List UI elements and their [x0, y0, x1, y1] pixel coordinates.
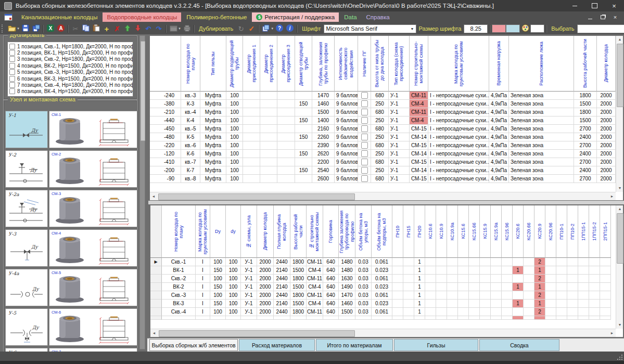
- table-cell[interactable]: 1500: [574, 100, 597, 108]
- layers-button[interactable]: [261, 23, 271, 34]
- scheme-thumbnail-СМ-6[interactable]: СМ-6: [49, 308, 137, 346]
- scrollbar-thumb[interactable]: [617, 44, 623, 107]
- table-cell[interactable]: [524, 300, 534, 308]
- list-item[interactable]: 6 позиция, ВК-3, Нр=1500, Дк=2000, Н по …: [9, 75, 133, 82]
- table-cell[interactable]: -120: [150, 150, 181, 158]
- checkbox[interactable]: [9, 69, 15, 75]
- table-cell[interactable]: [545, 316, 556, 320]
- table-cell[interactable]: [339, 316, 355, 320]
- table-cell[interactable]: [502, 283, 513, 291]
- table-cell[interactable]: У-1: [389, 158, 410, 166]
- table-cell[interactable]: 1500: [312, 108, 335, 116]
- table-cell[interactable]: [589, 258, 600, 266]
- table-cell[interactable]: 2400: [574, 133, 597, 141]
- table-cell[interactable]: 2: [534, 258, 545, 266]
- table-cell[interactable]: [469, 275, 480, 283]
- table-cell[interactable]: 1490: [339, 283, 355, 291]
- column-header[interactable]: Интенсивность сейсмического воздействия: [335, 36, 358, 92]
- resize-grip[interactable]: [616, 354, 622, 360]
- table-cell[interactable]: [458, 300, 469, 308]
- table-cell[interactable]: Зеленая зона: [509, 158, 574, 166]
- table-cell[interactable]: 0.03: [355, 291, 372, 300]
- table-cell[interactable]: I - непросадочные сухи...: [428, 150, 489, 158]
- column-header[interactable]: Номер колодца по плану: [181, 36, 200, 92]
- pg-checkbox[interactable]: [361, 142, 368, 149]
- table-cell[interactable]: 9 баллов: [335, 108, 358, 116]
- color-swatch-white[interactable]: [530, 24, 544, 33]
- mdi-restore-button[interactable]: [599, 14, 606, 21]
- table-cell[interactable]: 680: [371, 92, 389, 100]
- table-cell[interactable]: 100: [226, 175, 243, 183]
- node-thumbnail-У-2а[interactable]: У-2аДу: [5, 190, 48, 227]
- table-cell[interactable]: 2160: [312, 125, 335, 133]
- table-cell[interactable]: Зеленая зона: [509, 166, 574, 175]
- table-cell[interactable]: 0.03: [355, 308, 372, 316]
- table-cell[interactable]: 9 баллов: [335, 158, 358, 166]
- open-button[interactable]: [7, 23, 17, 34]
- table-cell[interactable]: [436, 283, 447, 291]
- close-button[interactable]: ×: [604, 0, 624, 11]
- table-cell[interactable]: [226, 316, 241, 320]
- table-cell[interactable]: [545, 308, 556, 316]
- row-header-cell[interactable]: [150, 291, 162, 300]
- table-cell[interactable]: К-4: [181, 116, 200, 125]
- node-thumbnail-У-4а[interactable]: У-4аДу: [5, 269, 48, 306]
- column-header[interactable]: Высота от низа трубы до дна колодца: [371, 36, 389, 92]
- table-cell[interactable]: 9 баллов: [335, 141, 358, 150]
- table-cell[interactable]: [358, 116, 371, 125]
- table-cell[interactable]: Зеленая зона: [509, 92, 574, 100]
- pg-checkbox[interactable]: [361, 167, 368, 174]
- table-cell[interactable]: [358, 141, 371, 150]
- table-cell[interactable]: [447, 283, 458, 291]
- table-cell[interactable]: [589, 291, 600, 300]
- table-cell[interactable]: 2000: [257, 266, 274, 275]
- table-cell[interactable]: -220: [150, 141, 181, 150]
- table-cell[interactable]: [600, 275, 611, 283]
- table-cell[interactable]: I: [196, 266, 210, 275]
- column-header[interactable]: КС20.66: [524, 205, 534, 258]
- table-cell[interactable]: [295, 92, 312, 100]
- table-cell[interactable]: -440: [150, 116, 181, 125]
- table-cell[interactable]: 1500: [290, 266, 307, 275]
- pg-checkbox[interactable]: [361, 100, 368, 107]
- table-cell[interactable]: 2000: [597, 150, 616, 158]
- column-header[interactable]: КС20.6: [513, 205, 524, 258]
- table-cell[interactable]: [447, 300, 458, 308]
- table-cell[interactable]: 2000: [257, 300, 274, 308]
- table-cell[interactable]: 2000: [597, 108, 616, 116]
- table-cell[interactable]: I - непросадочные сухи...: [428, 125, 489, 133]
- table-cell[interactable]: 2000: [597, 158, 616, 166]
- column-header[interactable]: dy: [226, 205, 241, 258]
- table-cell[interactable]: 680: [371, 158, 389, 166]
- table-cell[interactable]: 100: [226, 150, 243, 158]
- table-cell[interactable]: [447, 266, 458, 275]
- table-cell[interactable]: [243, 150, 260, 158]
- row-header-cell[interactable]: [150, 283, 162, 291]
- table-cell[interactable]: [480, 283, 491, 291]
- table-cell[interactable]: [469, 291, 480, 300]
- table-cell[interactable]: 2000: [257, 308, 274, 316]
- menu-tab-4[interactable]: $Регистрация / поддержка: [252, 12, 339, 22]
- table-cell[interactable]: 640: [323, 258, 339, 266]
- table-cell[interactable]: Зеленая зона: [509, 108, 574, 116]
- table-cell[interactable]: СМ-15: [410, 125, 428, 133]
- table-cell[interactable]: -450: [150, 125, 181, 133]
- table-cell[interactable]: 4,9кПа: [489, 166, 509, 175]
- table-cell[interactable]: ВК-2: [162, 283, 196, 291]
- table-cell[interactable]: 1500: [290, 300, 307, 308]
- table-cell[interactable]: [458, 308, 469, 316]
- table-cell[interactable]: 1800: [290, 258, 307, 266]
- table-cell[interactable]: [425, 316, 436, 320]
- table-cell[interactable]: [567, 266, 578, 275]
- table-cell[interactable]: [491, 283, 502, 291]
- column-header[interactable]: КС15.66: [469, 205, 480, 258]
- table-cell[interactable]: 1480: [339, 266, 355, 275]
- table-cell[interactable]: [524, 283, 534, 291]
- table-cell[interactable]: [295, 125, 312, 133]
- table-cell[interactable]: У-1: [389, 133, 410, 141]
- column-header[interactable]: Горловина: [323, 205, 339, 258]
- table-cell[interactable]: [358, 92, 371, 100]
- menu-tab-2[interactable]: Водопроводные колодцы: [103, 12, 181, 22]
- column-header[interactable]: Диаметр присоединения 2: [260, 36, 277, 92]
- table-cell[interactable]: [556, 316, 567, 320]
